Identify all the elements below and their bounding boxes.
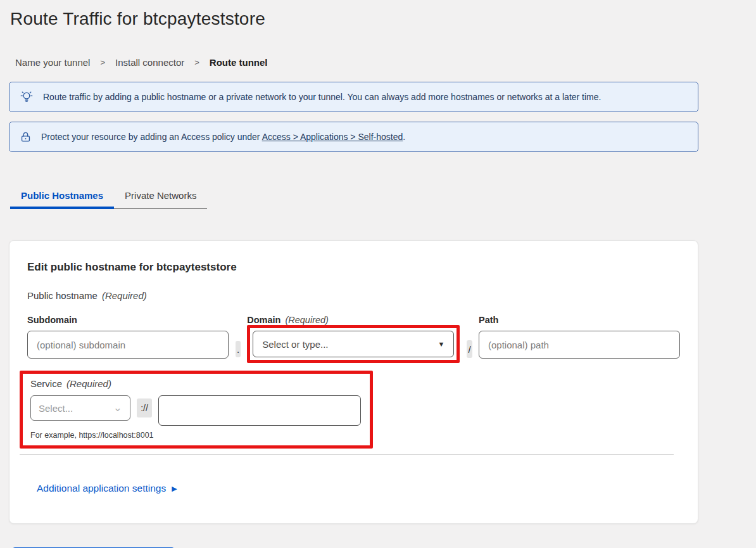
additional-settings-label: Additional application settings — [37, 483, 166, 494]
tip-banner: Route traffic by adding a public hostnam… — [9, 82, 698, 112]
hostname-network-tabs: Public Hostnames Private Networks — [10, 185, 756, 209]
card-title: Edit public hostname for btcpayteststore — [27, 261, 680, 274]
access-policy-banner: Protect your resource by adding an Acces… — [9, 122, 698, 152]
subdomain-label: Subdomain — [27, 315, 229, 325]
additional-settings-link[interactable]: Additional application settings ▶ — [37, 483, 177, 494]
expand-arrow-icon: ▶ — [172, 485, 177, 493]
domain-field-group: Domain(Required) Select or type... ▼ — [247, 315, 460, 363]
path-field-group: Path — [479, 315, 680, 359]
tab-private-networks[interactable]: Private Networks — [114, 185, 207, 209]
subdomain-field-group: Subdomain — [27, 315, 229, 359]
route-traffic-page: Route Traffic for btcpayteststore Name y… — [0, 0, 756, 548]
info-banners: Route traffic by adding a public hostnam… — [9, 82, 698, 152]
required-tag: (Required) — [66, 378, 111, 389]
path-input[interactable] — [479, 331, 680, 359]
lock-icon — [20, 131, 32, 144]
lightbulb-icon — [20, 90, 34, 104]
subdomain-input[interactable] — [27, 331, 229, 359]
breadcrumb-route-tunnel: Route tunnel — [210, 57, 268, 68]
domain-dropdown-value: Select or type... — [262, 339, 328, 350]
access-banner-text: Protect your resource by adding an Acces… — [41, 132, 405, 142]
domain-label: Domain(Required) — [247, 315, 460, 325]
service-type-select[interactable]: Select... ⌄ — [30, 395, 130, 421]
dot-separator: . — [236, 341, 241, 357]
breadcrumb-separator-icon: > — [100, 58, 105, 67]
required-tag: (Required) — [285, 315, 329, 325]
scheme-separator: :// — [137, 398, 152, 417]
breadcrumb: Name your tunnel > Install connector > R… — [15, 57, 756, 68]
breadcrumb-name-your-tunnel[interactable]: Name your tunnel — [15, 57, 90, 68]
tab-public-hostnames[interactable]: Public Hostnames — [10, 185, 114, 209]
domain-dropdown[interactable]: Select or type... ▼ — [253, 331, 454, 357]
access-banner-text-before: Protect your resource by adding an Acces… — [41, 132, 260, 142]
access-banner-text-after: . — [403, 132, 405, 142]
slash-separator: / — [467, 340, 472, 358]
service-type-value: Select... — [39, 403, 73, 414]
domain-annotation-box: Select or type... ▼ — [247, 325, 460, 363]
service-helper-text: For example, https://localhost:8001 — [30, 431, 361, 440]
service-row: Select... ⌄ :// — [30, 395, 361, 426]
access-applications-link[interactable]: Access > Applications > Self-hosted — [262, 132, 403, 142]
chevron-down-icon: ▼ — [438, 340, 444, 348]
section-divider — [20, 454, 674, 455]
breadcrumb-separator-icon: > — [194, 58, 199, 67]
edit-public-hostname-card: Edit public hostname for btcpayteststore… — [9, 240, 698, 524]
service-label: Service(Required) — [30, 378, 361, 389]
public-hostname-label: Public hostname(Required) — [27, 290, 680, 301]
required-tag: (Required) — [102, 290, 147, 301]
hostname-row: Subdomain . Domain(Required) Select or t… — [27, 315, 680, 363]
chevron-down-icon: ⌄ — [113, 405, 122, 411]
path-label: Path — [479, 315, 680, 325]
breadcrumb-install-connector[interactable]: Install connector — [115, 57, 184, 68]
page-title: Route Traffic for btcpayteststore — [10, 9, 756, 29]
tip-banner-text: Route traffic by adding a public hostnam… — [43, 92, 601, 102]
service-url-input[interactable] — [158, 395, 361, 426]
service-annotation-box: Service(Required) Select... ⌄ :// For ex… — [20, 371, 373, 449]
